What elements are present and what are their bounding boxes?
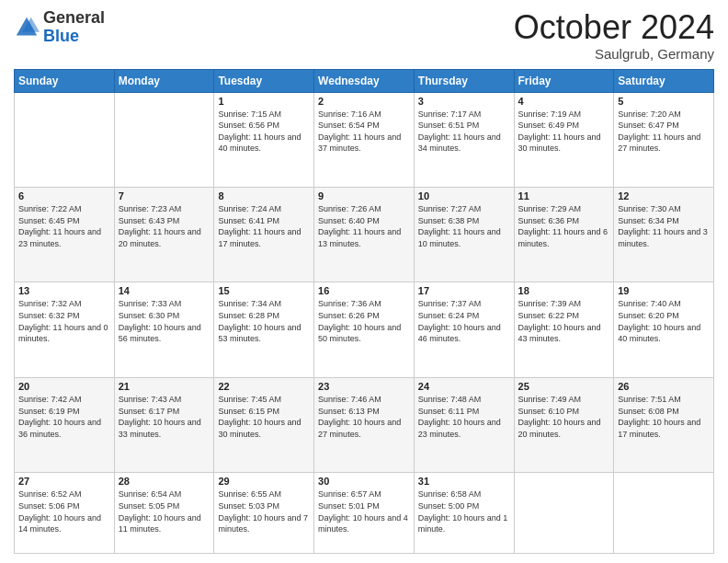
day-number: 13 [18,285,110,296]
day-info: Sunrise: 7:23 AMSunset: 6:43 PMDaylight:… [119,203,210,249]
day-number: 1 [218,96,310,107]
day-info: Sunrise: 6:57 AMSunset: 5:01 PMDaylight:… [318,488,410,534]
day-number: 26 [618,381,710,392]
logo-blue: Blue [43,27,79,45]
day-info: Sunrise: 7:39 AMSunset: 6:22 PMDaylight:… [518,298,610,344]
day-cell: 7Sunrise: 7:23 AMSunset: 6:43 PMDaylight… [114,188,214,282]
week-row-4: 20Sunrise: 7:42 AMSunset: 6:19 PMDayligh… [15,377,714,472]
day-cell: 10Sunrise: 7:27 AMSunset: 6:38 PMDayligh… [414,188,514,282]
day-number: 31 [418,476,510,487]
day-cell: 1Sunrise: 7:15 AMSunset: 6:56 PMDaylight… [214,92,314,187]
day-cell: 29Sunrise: 6:55 AMSunset: 5:03 PMDayligh… [214,473,314,554]
weekday-header-friday: Friday [514,69,614,92]
day-info: Sunrise: 7:40 AMSunset: 6:20 PMDaylight:… [618,298,710,344]
day-cell: 2Sunrise: 7:16 AMSunset: 6:54 PMDaylight… [314,92,415,187]
day-info: Sunrise: 7:16 AMSunset: 6:54 PMDaylight:… [318,109,410,155]
day-info: Sunrise: 7:26 AMSunset: 6:40 PMDaylight:… [318,203,410,249]
day-info: Sunrise: 7:24 AMSunset: 6:41 PMDaylight:… [218,203,310,249]
day-cell: 5Sunrise: 7:20 AMSunset: 6:47 PMDaylight… [614,92,714,187]
day-number: 28 [119,476,210,487]
day-cell: 23Sunrise: 7:46 AMSunset: 6:13 PMDayligh… [314,377,415,472]
day-number: 22 [218,381,310,392]
day-info: Sunrise: 7:36 AMSunset: 6:26 PMDaylight:… [318,298,410,344]
day-cell: 20Sunrise: 7:42 AMSunset: 6:19 PMDayligh… [15,377,115,472]
day-number: 4 [518,96,610,107]
day-number: 14 [119,285,210,296]
logo-general: General [43,8,105,27]
calendar: SundayMondayTuesdayWednesdayThursdayFrid… [14,69,714,554]
day-number: 27 [18,476,110,487]
day-info: Sunrise: 7:17 AMSunset: 6:51 PMDaylight:… [418,109,510,155]
weekday-header-thursday: Thursday [414,69,514,92]
day-cell: 28Sunrise: 6:54 AMSunset: 5:05 PMDayligh… [114,473,214,554]
day-number: 24 [418,381,510,392]
day-info: Sunrise: 7:43 AMSunset: 6:17 PMDaylight:… [119,394,210,440]
day-number: 10 [418,190,510,201]
day-info: Sunrise: 7:34 AMSunset: 6:28 PMDaylight:… [218,298,310,344]
week-row-5: 27Sunrise: 6:52 AMSunset: 5:06 PMDayligh… [15,473,714,554]
day-cell [614,473,714,554]
day-number: 2 [318,96,410,107]
logo: General Blue [14,9,105,46]
day-number: 20 [18,381,110,392]
day-number: 21 [119,381,210,392]
day-cell [15,92,115,187]
day-number: 18 [518,285,610,296]
day-cell: 21Sunrise: 7:43 AMSunset: 6:17 PMDayligh… [114,377,214,472]
day-info: Sunrise: 7:19 AMSunset: 6:49 PMDaylight:… [518,109,610,155]
day-info: Sunrise: 7:20 AMSunset: 6:47 PMDaylight:… [618,109,710,155]
header: General Blue October 2024 Saulgrub, Germ… [14,9,714,62]
week-row-1: 1Sunrise: 7:15 AMSunset: 6:56 PMDaylight… [15,92,714,187]
day-number: 5 [618,96,710,107]
day-number: 25 [518,381,610,392]
day-info: Sunrise: 7:30 AMSunset: 6:34 PMDaylight:… [618,203,710,249]
day-cell: 6Sunrise: 7:22 AMSunset: 6:45 PMDaylight… [15,188,115,282]
day-info: Sunrise: 7:15 AMSunset: 6:56 PMDaylight:… [218,109,310,155]
day-info: Sunrise: 6:54 AMSunset: 5:05 PMDaylight:… [119,488,210,534]
day-number: 9 [318,190,410,201]
day-number: 15 [218,285,310,296]
logo-icon [14,15,40,40]
day-cell: 26Sunrise: 7:51 AMSunset: 6:08 PMDayligh… [614,377,714,472]
day-cell [114,92,214,187]
week-row-2: 6Sunrise: 7:22 AMSunset: 6:45 PMDaylight… [15,188,714,282]
day-number: 19 [618,285,710,296]
day-cell: 31Sunrise: 6:58 AMSunset: 5:00 PMDayligh… [414,473,514,554]
day-cell: 15Sunrise: 7:34 AMSunset: 6:28 PMDayligh… [214,282,314,377]
day-info: Sunrise: 7:46 AMSunset: 6:13 PMDaylight:… [318,394,410,440]
day-cell: 30Sunrise: 6:57 AMSunset: 5:01 PMDayligh… [314,473,415,554]
page: General Blue October 2024 Saulgrub, Germ… [0,0,728,563]
weekday-header-monday: Monday [114,69,214,92]
logo-text: General Blue [43,9,105,46]
day-info: Sunrise: 7:29 AMSunset: 6:36 PMDaylight:… [518,203,610,249]
day-info: Sunrise: 7:33 AMSunset: 6:30 PMDaylight:… [119,298,210,344]
day-number: 29 [218,476,310,487]
day-number: 11 [518,190,610,201]
title-block: October 2024 Saulgrub, Germany [514,9,714,62]
day-number: 30 [318,476,410,487]
day-number: 12 [618,190,710,201]
weekday-header-sunday: Sunday [15,69,115,92]
day-number: 3 [418,96,510,107]
weekday-header-row: SundayMondayTuesdayWednesdayThursdayFrid… [15,69,714,92]
day-cell: 9Sunrise: 7:26 AMSunset: 6:40 PMDaylight… [314,188,415,282]
day-info: Sunrise: 7:49 AMSunset: 6:10 PMDaylight:… [518,394,610,440]
day-info: Sunrise: 7:37 AMSunset: 6:24 PMDaylight:… [418,298,510,344]
week-row-3: 13Sunrise: 7:32 AMSunset: 6:32 PMDayligh… [15,282,714,377]
day-cell: 16Sunrise: 7:36 AMSunset: 6:26 PMDayligh… [314,282,415,377]
day-info: Sunrise: 7:32 AMSunset: 6:32 PMDaylight:… [18,298,110,344]
day-info: Sunrise: 6:58 AMSunset: 5:00 PMDaylight:… [418,488,510,534]
weekday-header-tuesday: Tuesday [214,69,314,92]
day-cell: 13Sunrise: 7:32 AMSunset: 6:32 PMDayligh… [15,282,115,377]
location-subtitle: Saulgrub, Germany [514,46,714,62]
day-info: Sunrise: 7:45 AMSunset: 6:15 PMDaylight:… [218,394,310,440]
day-cell: 27Sunrise: 6:52 AMSunset: 5:06 PMDayligh… [15,473,115,554]
day-number: 16 [318,285,410,296]
day-number: 8 [218,190,310,201]
day-cell [514,473,614,554]
day-cell: 4Sunrise: 7:19 AMSunset: 6:49 PMDaylight… [514,92,614,187]
day-cell: 19Sunrise: 7:40 AMSunset: 6:20 PMDayligh… [614,282,714,377]
day-cell: 14Sunrise: 7:33 AMSunset: 6:30 PMDayligh… [114,282,214,377]
weekday-header-saturday: Saturday [614,69,714,92]
day-number: 17 [418,285,510,296]
